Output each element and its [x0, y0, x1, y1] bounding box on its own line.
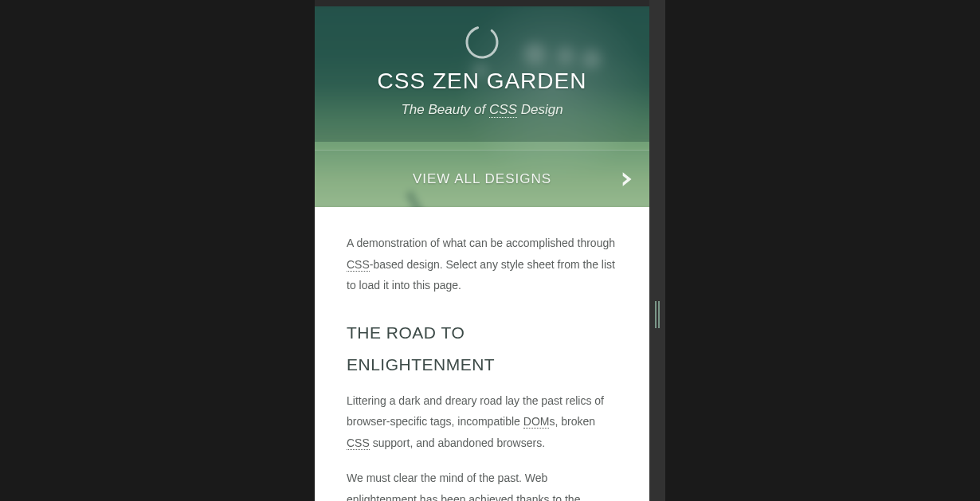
enso-icon: [461, 21, 504, 64]
css-abbr: CSS: [347, 258, 370, 272]
svg-point-0: [461, 21, 504, 64]
section-heading-enlightenment: THE ROAD TO ENLIGHTENMENT: [347, 317, 617, 381]
main-content: A demonstration of what can be accomplis…: [315, 207, 649, 501]
scrollbar-thumb[interactable]: [655, 301, 661, 328]
css-abbr: CSS: [347, 436, 370, 450]
view-all-designs-button[interactable]: VIEW ALL DESIGNS: [315, 150, 649, 207]
hero-header: CSS ZEN GARDEN The Beauty of CSS Design …: [315, 6, 649, 207]
dom-abbr: DOM: [523, 415, 550, 429]
scrollbar-track[interactable]: [649, 0, 665, 501]
page-subtitle: The Beauty of CSS Design: [315, 102, 649, 118]
page-title: CSS ZEN GARDEN: [315, 68, 649, 94]
enlightenment-p1: Littering a dark and dreary road lay the…: [347, 390, 617, 454]
intro-paragraph: A demonstration of what can be accomplis…: [347, 233, 617, 296]
view-all-label: VIEW ALL DESIGNS: [413, 171, 551, 187]
chevron-right-icon: [616, 169, 637, 190]
css-abbr: CSS: [489, 102, 517, 118]
enlightenment-p2: We must clear the mind of the past. Web …: [347, 468, 617, 501]
